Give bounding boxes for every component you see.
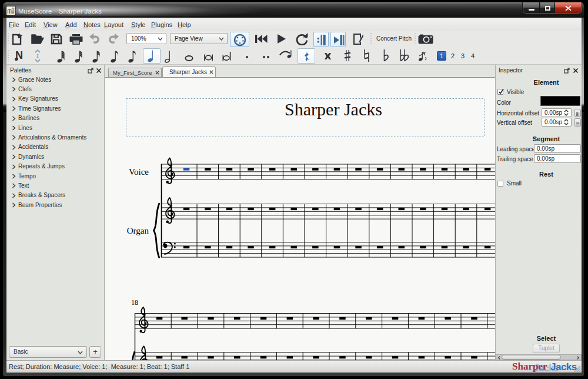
- svg-text:18: 18: [131, 298, 138, 307]
- svg-text:Organ: Organ: [127, 226, 149, 235]
- svg-text:Sharper Jacks: Sharper Jacks: [285, 99, 382, 119]
- svg-text:Voice: Voice: [129, 167, 149, 177]
